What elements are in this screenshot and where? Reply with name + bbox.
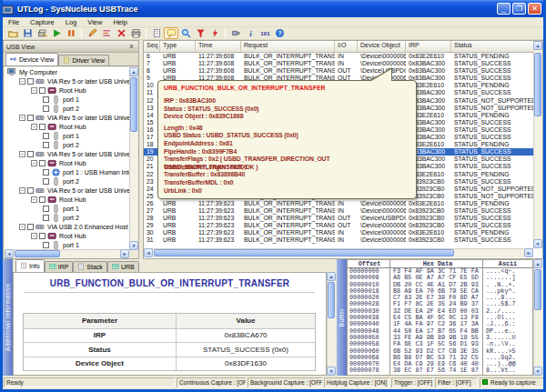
save-icon[interactable]	[20, 27, 35, 39]
menu-item-view[interactable]: View	[82, 18, 107, 26]
log-vscroll[interactable]: ▲▼	[533, 41, 542, 248]
tree-vscroll-down-icon[interactable]: ▼	[129, 241, 138, 250]
tree-item[interactable]: −VIA Rev 5 or later USB Universal Host C	[5, 113, 131, 122]
export-capture-icon[interactable]	[35, 27, 49, 39]
tree-item[interactable]: −Root Hub	[5, 158, 131, 167]
tree-vscroll-up-icon[interactable]: ▲	[129, 67, 138, 76]
tree-item[interactable]: My Computer	[5, 67, 131, 76]
column-header-status[interactable]: Status	[451, 41, 535, 52]
minimize-button[interactable]: _	[497, 3, 511, 15]
tooltip-toggle-icon[interactable]	[164, 27, 178, 39]
tree-expander-icon[interactable]: −	[31, 124, 37, 130]
column-header-seq[interactable]: Seq	[144, 41, 160, 52]
raw-data-icon[interactable]: 101	[258, 27, 272, 39]
additional-information-strip[interactable]: Additional Information	[3, 259, 13, 376]
tree-item[interactable]: port 2	[5, 176, 131, 186]
pause-capture-icon[interactable]	[64, 27, 78, 39]
open-file-icon[interactable]	[5, 27, 20, 39]
tree-checkbox[interactable]	[39, 233, 46, 239]
tree-vscroll[interactable]: ▲▼	[129, 67, 138, 250]
tree-checkbox[interactable]	[39, 160, 46, 166]
info-icon[interactable]: i	[243, 27, 258, 39]
hex-vscroll[interactable]: ▲▼	[533, 259, 542, 376]
tree-checkbox[interactable]	[43, 169, 49, 176]
tree-checkbox[interactable]	[27, 115, 34, 121]
log-hscroll-left-icon[interactable]: ◄	[144, 248, 153, 257]
info-vscroll[interactable]: ▲▼	[327, 272, 336, 376]
print-icon[interactable]	[128, 27, 143, 39]
tree-expander-icon[interactable]: −	[19, 78, 25, 85]
tree-checkbox[interactable]	[43, 215, 49, 221]
tree-checkbox[interactable]	[43, 96, 49, 103]
menu-item-log[interactable]: Log	[60, 18, 83, 26]
tree-item[interactable]: −Root Hub	[5, 231, 131, 240]
tree-item[interactable]: port 2	[5, 140, 131, 149]
hex-vscroll-down-icon[interactable]: ▼	[533, 367, 542, 376]
tree-item[interactable]: port 1	[5, 240, 131, 249]
tree-item[interactable]: port 1 : USB Human Interface D	[5, 167, 131, 176]
panel-close-icon[interactable]: x	[127, 43, 136, 50]
filter-icon[interactable]	[193, 27, 207, 39]
table-row[interactable]: 8URB11:27:39:608BULK_OR_INTERRUPT_TRANSF…	[144, 67, 542, 75]
tree-expander-icon[interactable]: −	[19, 224, 25, 230]
tree-item[interactable]: port 1	[5, 131, 131, 140]
tree-checkbox[interactable]	[43, 242, 49, 248]
log-hscroll[interactable]: ◄►	[144, 248, 533, 257]
tree-expander-icon[interactable]: −	[19, 187, 25, 194]
menu-item-capture[interactable]: Capture	[25, 18, 60, 26]
tree-hscroll-left-icon[interactable]: ◄	[5, 249, 14, 258]
tree-expander-icon[interactable]: −	[31, 196, 37, 203]
buffer-strip[interactable]: Buffer	[337, 259, 347, 376]
tree-checkbox[interactable]	[43, 106, 49, 112]
tree-hscroll[interactable]: ◄►	[5, 249, 129, 258]
search-icon[interactable]	[178, 27, 193, 39]
info-vscroll-up-icon[interactable]: ▲	[327, 272, 336, 281]
tab-irp[interactable]: IRP	[45, 261, 74, 272]
log-highlight-icon[interactable]	[99, 27, 114, 39]
trigger-icon[interactable]	[207, 27, 222, 39]
column-header-irp[interactable]: IRP	[406, 41, 451, 52]
table-row[interactable]: 29URB11:27:39:623BULK_OR_INTERRUPT_TRANS…	[144, 222, 542, 229]
help-icon[interactable]: ?	[272, 27, 287, 39]
table-row[interactable]: 26URB11:27:39:623BULK_OR_INTERRUPT_TRANS…	[144, 200, 542, 207]
tab-driver-view[interactable]: Driver View	[58, 55, 109, 65]
tree-vscroll-thumb[interactable]	[130, 77, 137, 132]
tree-checkbox[interactable]	[43, 142, 49, 148]
tree-checkbox[interactable]	[43, 178, 49, 185]
tab-urb[interactable]: URB	[107, 261, 139, 272]
log-hscroll-right-icon[interactable]: ►	[524, 248, 533, 257]
hex-row[interactable]: 0000007838 EC 87 E7 56 74 1E 878...Vt..	[348, 367, 532, 374]
preview-icon[interactable]	[149, 27, 164, 39]
table-row[interactable]: 28URB11:27:39:623BULK_OR_INTERRUPT_TRANS…	[144, 215, 542, 222]
tree-checkbox[interactable]	[27, 224, 34, 230]
table-row[interactable]: 6URB11:27:39:608BULK_OR_INTERRUPT_TRANSF…	[144, 53, 542, 60]
tab-device-view[interactable]: Device View	[5, 53, 58, 65]
column-header-deviceobject[interactable]: Device Object	[358, 41, 406, 52]
tree-checkbox[interactable]	[27, 187, 34, 194]
tab-info[interactable]: Info	[15, 259, 45, 272]
tab-stack[interactable]: Stack	[73, 261, 107, 272]
log-hscroll-thumb[interactable]	[154, 249, 454, 256]
tree-item[interactable]: −VIA USB 2.0 Enhanced Host Controller	[5, 222, 131, 231]
tree-expander-icon[interactable]: −	[31, 160, 37, 166]
column-header-io[interactable]: I/O	[335, 41, 358, 52]
maximize-button[interactable]: ❐	[512, 3, 526, 15]
table-row[interactable]: 30URB11:27:39:623BULK_OR_INTERRUPT_TRANS…	[144, 229, 542, 236]
column-header-request[interactable]: Request	[241, 41, 335, 52]
hex-vscroll-up-icon[interactable]: ▲	[533, 259, 542, 268]
tree-item[interactable]: −VIA Rev 5 or later USB Universal Host C	[5, 149, 131, 158]
tree-item[interactable]: port 1	[5, 95, 131, 104]
tree-item[interactable]: port 1	[5, 204, 131, 213]
table-row[interactable]: 27URB11:27:39:623BULK_OR_INTERRUPT_TRANS…	[144, 207, 542, 215]
tree-item[interactable]: −Root Hub	[5, 195, 131, 204]
tree-hscroll-right-icon[interactable]: ►	[120, 249, 129, 258]
start-capture-icon[interactable]	[49, 27, 64, 39]
devices-icon[interactable]	[228, 27, 243, 39]
hex-vscroll-thumb[interactable]	[534, 269, 541, 310]
tree-expander-icon[interactable]: −	[31, 233, 37, 239]
tree-checkbox[interactable]	[27, 78, 34, 85]
tree-expander-icon[interactable]: −	[31, 87, 37, 94]
tree-checkbox[interactable]	[39, 196, 46, 203]
tree-expander-icon[interactable]: −	[19, 151, 25, 157]
tree-checkbox[interactable]	[43, 133, 49, 139]
